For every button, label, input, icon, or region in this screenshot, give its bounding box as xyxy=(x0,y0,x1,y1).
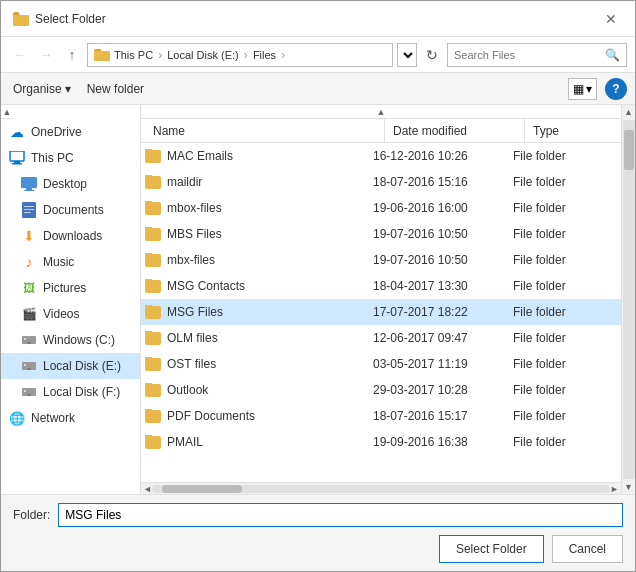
scroll-track xyxy=(152,485,610,493)
sidebar-item-network[interactable]: 🌐 Network xyxy=(1,405,140,431)
breadcrumb-dropdown[interactable]: ▾ xyxy=(397,43,417,67)
table-row[interactable]: mbox-files 19-06-2016 16:00 File folder xyxy=(141,195,621,221)
refresh-button[interactable]: ↻ xyxy=(421,44,443,66)
file-date: 03-05-2017 11:19 xyxy=(365,357,505,371)
folder-input[interactable] xyxy=(58,503,623,527)
select-folder-dialog: Select Folder ✕ ← → ↑ This PC › Local Di… xyxy=(0,0,636,572)
table-row[interactable]: PDF Documents 18-07-2016 15:17 File fold… xyxy=(141,403,621,429)
table-row[interactable]: OLM files 12-06-2017 09:47 File folder xyxy=(141,325,621,351)
back-button[interactable]: ← xyxy=(9,44,31,66)
table-row[interactable]: maildir 18-07-2016 15:16 File folder xyxy=(141,169,621,195)
file-name: mbx-files xyxy=(167,253,215,267)
sidebar-scroll-up[interactable]: ▲ xyxy=(1,105,13,119)
file-type: File folder xyxy=(505,435,617,449)
table-row[interactable]: PMAIL 19-09-2016 16:38 File folder xyxy=(141,429,621,455)
folder-file-icon xyxy=(145,384,161,397)
folder-file-icon xyxy=(145,306,161,319)
file-type: File folder xyxy=(505,149,617,163)
sidebar-label-onedrive: OneDrive xyxy=(31,125,82,139)
view-button[interactable]: ▦ ▾ xyxy=(568,78,597,100)
file-name: PMAIL xyxy=(167,435,203,449)
scroll-thumb[interactable] xyxy=(162,485,242,493)
sidebar-label-videos: Videos xyxy=(43,307,79,321)
localf-disk-icon xyxy=(21,384,37,400)
scroll-right-arrow[interactable]: ► xyxy=(610,484,619,494)
table-row[interactable]: MSG Files 17-07-2017 18:22 File folder xyxy=(141,299,621,325)
select-folder-button[interactable]: Select Folder xyxy=(439,535,544,563)
music-icon: ♪ xyxy=(21,254,37,270)
sidebar-item-downloads[interactable]: ⬇ Downloads xyxy=(1,223,140,249)
cancel-button[interactable]: Cancel xyxy=(552,535,623,563)
svg-rect-10 xyxy=(24,206,34,207)
table-row[interactable]: mbx-files 19-07-2016 10:50 File folder xyxy=(141,247,621,273)
file-type: File folder xyxy=(505,357,617,371)
new-folder-button[interactable]: New folder xyxy=(83,80,148,98)
file-type: File folder xyxy=(505,227,617,241)
svg-point-18 xyxy=(24,364,26,366)
col-header-type[interactable]: Type xyxy=(525,119,617,142)
sidebar-item-locale[interactable]: Local Disk (E:) xyxy=(1,353,140,379)
windows-disk-icon xyxy=(21,332,37,348)
col-name-label: Name xyxy=(153,124,185,138)
file-date: 19-07-2016 10:50 xyxy=(365,227,505,241)
col-header-date[interactable]: Date modified xyxy=(385,119,525,142)
up-button[interactable]: ↑ xyxy=(61,44,83,66)
sidebar-item-videos[interactable]: 🎬 Videos xyxy=(1,301,140,327)
col-header-name[interactable]: Name xyxy=(145,119,385,142)
sidebar-item-documents[interactable]: Documents xyxy=(1,197,140,223)
organise-button[interactable]: Organise ▾ xyxy=(9,80,75,98)
svg-rect-6 xyxy=(21,177,37,188)
sidebar-item-onedrive[interactable]: ☁ OneDrive xyxy=(1,119,140,145)
svg-rect-1 xyxy=(13,15,20,18)
sidebar-item-windows[interactable]: Windows (C:) xyxy=(1,327,140,353)
file-type: File folder xyxy=(505,305,617,319)
table-row[interactable]: MBS Files 19-07-2016 10:50 File folder xyxy=(141,221,621,247)
svg-rect-4 xyxy=(14,161,20,163)
sidebar-label-downloads: Downloads xyxy=(43,229,102,243)
file-type: File folder xyxy=(505,279,617,293)
scroll-down-btn[interactable]: ▼ xyxy=(622,480,635,494)
sidebar-item-music[interactable]: ♪ Music xyxy=(1,249,140,275)
folder-file-icon xyxy=(145,358,161,371)
sidebar-item-pictures[interactable]: 🖼 Pictures xyxy=(1,275,140,301)
documents-icon xyxy=(21,202,37,218)
close-button[interactable]: ✕ xyxy=(599,7,623,31)
help-button[interactable]: ? xyxy=(605,78,627,100)
folder-file-icon xyxy=(145,436,161,449)
file-date: 19-06-2016 16:00 xyxy=(365,201,505,215)
file-type: File folder xyxy=(505,253,617,267)
scroll-up-arrow[interactable]: ▲ xyxy=(141,105,621,119)
sidebar-item-localf[interactable]: Local Disk (F:) xyxy=(1,379,140,405)
file-name: maildir xyxy=(167,175,202,189)
folder-file-icon xyxy=(145,228,161,241)
scroll-left-arrow[interactable]: ◄ xyxy=(143,484,152,494)
table-row[interactable]: MSG Contacts 18-04-2017 13:30 File folde… xyxy=(141,273,621,299)
breadcrumb[interactable]: This PC › Local Disk (E:) › Files › xyxy=(87,43,393,67)
table-row[interactable]: Outlook 29-03-2017 10:28 File folder xyxy=(141,377,621,403)
scroll-up-btn[interactable]: ▲ xyxy=(622,105,635,119)
sidebar-item-thispc[interactable]: This PC xyxy=(1,145,140,171)
buttons-row: Select Folder Cancel xyxy=(13,535,623,563)
table-row[interactable]: MAC Emails 16-12-2016 10:26 File folder xyxy=(141,143,621,169)
file-name: MSG Files xyxy=(167,305,223,319)
sidebar-item-desktop[interactable]: Desktop xyxy=(1,171,140,197)
forward-button[interactable]: → xyxy=(35,44,57,66)
file-date: 19-07-2016 10:50 xyxy=(365,253,505,267)
vertical-scroll-thumb[interactable] xyxy=(624,130,634,170)
table-row[interactable]: OST files 03-05-2017 11:19 File folder xyxy=(141,351,621,377)
vertical-scrollbar[interactable]: ▲ ▼ xyxy=(621,105,635,494)
search-input[interactable] xyxy=(454,49,605,61)
horizontal-scrollbar[interactable]: ◄ ► xyxy=(141,482,621,494)
file-date: 18-07-2016 15:17 xyxy=(365,409,505,423)
breadcrumb-text: This PC › Local Disk (E:) › Files › xyxy=(114,48,287,62)
file-name: PDF Documents xyxy=(167,409,255,423)
toolbar: Organise ▾ New folder ▦ ▾ ? xyxy=(1,73,635,105)
svg-point-15 xyxy=(24,338,26,340)
folder-file-icon xyxy=(145,254,161,267)
organise-label: Organise xyxy=(13,82,62,96)
bottom-bar: Folder: Select Folder Cancel xyxy=(1,494,635,571)
file-name: mbox-files xyxy=(167,201,222,215)
search-icon[interactable]: 🔍 xyxy=(605,48,620,62)
svg-point-20 xyxy=(27,394,31,396)
svg-rect-8 xyxy=(24,190,34,191)
